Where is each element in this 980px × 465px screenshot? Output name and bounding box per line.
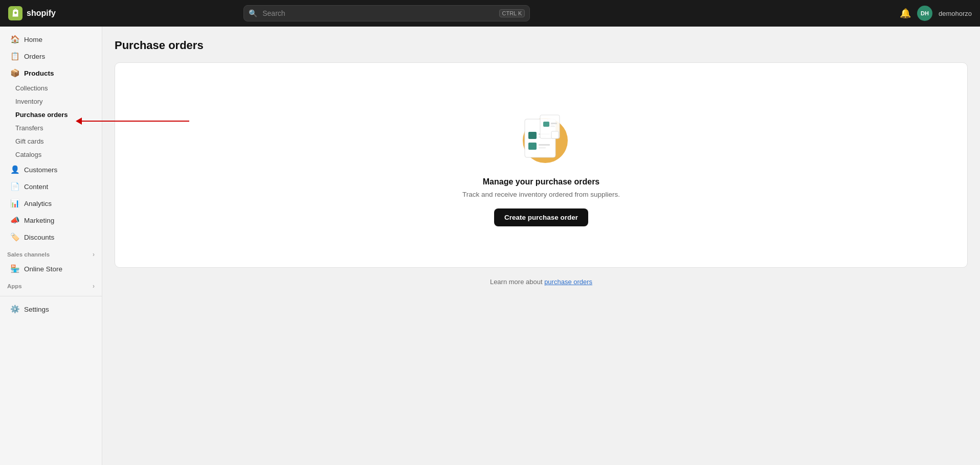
avatar[interactable]: DH bbox=[917, 6, 932, 21]
purchase-orders-illustration bbox=[510, 104, 572, 165]
sidebar-item-settings[interactable]: ⚙️ Settings bbox=[3, 301, 99, 317]
sidebar-item-customers-label: Customers bbox=[24, 166, 57, 174]
marketing-icon: 📣 bbox=[10, 216, 20, 225]
sidebar: 🏠 Home 📋 Orders 📦 Products Collections I… bbox=[0, 27, 102, 465]
catalogs-label: Catalogs bbox=[15, 151, 41, 158]
svg-rect-14 bbox=[551, 126, 555, 127]
sidebar-item-content-label: Content bbox=[24, 183, 48, 191]
shopify-logo-text: shopify bbox=[27, 9, 56, 18]
sidebar-item-products[interactable]: 📦 Products bbox=[3, 65, 99, 81]
svg-rect-9 bbox=[539, 144, 550, 146]
content-icon: 📄 bbox=[10, 182, 20, 191]
orders-icon: 📋 bbox=[10, 52, 20, 61]
sidebar-item-analytics-label: Analytics bbox=[24, 200, 52, 207]
analytics-icon: 📊 bbox=[10, 199, 20, 208]
inventory-label: Inventory bbox=[15, 98, 42, 105]
apps-section: Apps › bbox=[0, 277, 102, 292]
sales-channels-label: Sales channels bbox=[7, 251, 50, 258]
sidebar-sub-item-transfers[interactable]: Transfers bbox=[15, 122, 99, 134]
learn-more-text: Learn more about purchase orders bbox=[115, 278, 968, 286]
svg-rect-12 bbox=[543, 122, 549, 127]
empty-state-description: Track and receive inventory ordered from… bbox=[462, 191, 620, 198]
sidebar-item-orders[interactable]: 📋 Orders bbox=[3, 48, 99, 64]
search-input[interactable] bbox=[243, 5, 530, 21]
svg-rect-10 bbox=[539, 147, 546, 149]
customers-icon: 👤 bbox=[10, 165, 20, 174]
topbar: shopify 🔍 CTRL K 🔔 DH demohorzo bbox=[0, 0, 980, 27]
sidebar-sub-item-purchase-orders[interactable]: Purchase orders bbox=[15, 108, 99, 121]
sidebar-item-products-label: Products bbox=[24, 69, 54, 77]
svg-rect-15 bbox=[551, 131, 559, 138]
sidebar-item-home-label: Home bbox=[24, 36, 42, 43]
empty-state-card: Manage your purchase orders Track and re… bbox=[115, 62, 968, 268]
home-icon: 🏠 bbox=[10, 35, 20, 44]
online-store-icon: 🏪 bbox=[10, 264, 20, 273]
sales-channels-chevron-icon: › bbox=[93, 251, 95, 258]
sidebar-sub-item-inventory[interactable]: Inventory bbox=[15, 95, 99, 108]
sidebar-item-analytics[interactable]: 📊 Analytics bbox=[3, 195, 99, 212]
products-icon: 📦 bbox=[10, 68, 20, 78]
sidebar-sub-item-catalogs[interactable]: Catalogs bbox=[15, 148, 99, 161]
user-name: demohorzo bbox=[939, 10, 972, 17]
create-purchase-order-button[interactable]: Create purchase order bbox=[494, 208, 588, 226]
layout: 🏠 Home 📋 Orders 📦 Products Collections I… bbox=[0, 27, 980, 465]
settings-icon: ⚙️ bbox=[10, 305, 20, 314]
shopify-bag-icon bbox=[8, 6, 23, 20]
sidebar-sub-item-gift-cards[interactable]: Gift cards bbox=[15, 135, 99, 148]
sidebar-sub-item-collections[interactable]: Collections bbox=[15, 82, 99, 95]
topbar-right: 🔔 DH demohorzo bbox=[900, 6, 972, 21]
search-shortcut: CTRL K bbox=[499, 9, 525, 17]
transfers-label: Transfers bbox=[15, 124, 43, 132]
discounts-icon: 🏷️ bbox=[10, 232, 20, 242]
sales-channels-section: Sales channels › bbox=[0, 246, 102, 260]
notification-bell-icon[interactable]: 🔔 bbox=[900, 8, 911, 19]
sidebar-item-marketing[interactable]: 📣 Marketing bbox=[3, 212, 99, 228]
learn-more-prefix: Learn more about bbox=[490, 278, 544, 286]
online-store-label: Online Store bbox=[24, 265, 62, 273]
sidebar-bottom: ⚙️ Settings bbox=[0, 296, 102, 317]
sidebar-item-discounts[interactable]: 🏷️ Discounts bbox=[3, 229, 99, 245]
sidebar-item-orders-label: Orders bbox=[24, 53, 45, 60]
sidebar-item-discounts-label: Discounts bbox=[24, 234, 54, 241]
empty-state-title: Manage your purchase orders bbox=[483, 177, 600, 187]
gift-cards-label: Gift cards bbox=[15, 137, 44, 145]
page-title: Purchase orders bbox=[115, 39, 968, 52]
shopify-logo[interactable]: shopify bbox=[8, 6, 56, 20]
search-icon: 🔍 bbox=[249, 9, 257, 17]
svg-rect-13 bbox=[551, 123, 557, 124]
sidebar-item-home[interactable]: 🏠 Home bbox=[3, 31, 99, 48]
sidebar-item-content[interactable]: 📄 Content bbox=[3, 178, 99, 195]
collections-label: Collections bbox=[15, 84, 48, 92]
sidebar-item-online-store[interactable]: 🏪 Online Store bbox=[3, 261, 99, 277]
apps-chevron-icon: › bbox=[93, 283, 95, 290]
svg-rect-5 bbox=[528, 132, 537, 139]
search-bar: 🔍 CTRL K bbox=[243, 5, 530, 21]
apps-label: Apps bbox=[7, 283, 22, 289]
purchase-orders-link[interactable]: purchase orders bbox=[544, 278, 592, 286]
svg-rect-0 bbox=[8, 6, 23, 20]
main-content: Purchase orders bbox=[102, 27, 980, 465]
sidebar-item-marketing-label: Marketing bbox=[24, 217, 54, 224]
sidebar-item-customers[interactable]: 👤 Customers bbox=[3, 161, 99, 178]
svg-rect-8 bbox=[528, 143, 537, 150]
purchase-orders-label: Purchase orders bbox=[15, 111, 68, 119]
settings-label: Settings bbox=[24, 306, 49, 313]
